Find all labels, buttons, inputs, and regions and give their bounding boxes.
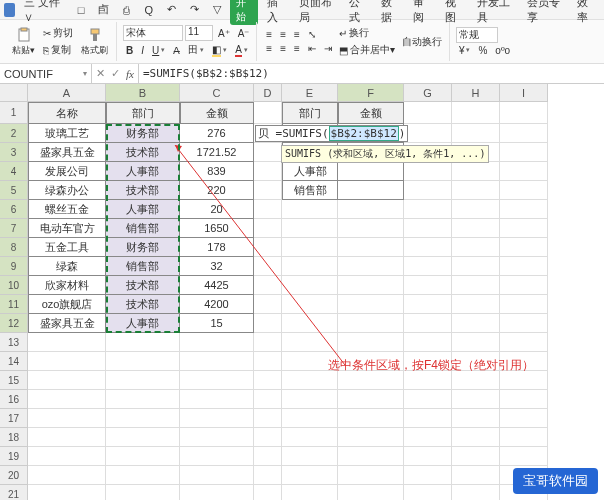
cell[interactable] [452,102,500,124]
cell[interactable] [404,295,452,314]
grid[interactable]: A B C D E F G H I 1234567891011121314151… [0,84,604,500]
row-header[interactable]: 3 [0,143,28,162]
cell[interactable]: 销售部 [106,257,180,276]
cell[interactable]: 电动车官方 [28,219,106,238]
cell[interactable] [404,390,452,409]
cell[interactable]: 绿森 [28,257,106,276]
row-header[interactable]: 5 [0,181,28,200]
cell[interactable]: 发展公司 [28,162,106,181]
row-header[interactable]: 1 [0,102,28,124]
number-format-select[interactable]: 常规 [456,27,498,43]
col-header[interactable]: C [180,84,254,102]
cell[interactable] [180,390,254,409]
cell[interactable] [452,124,500,143]
cell[interactable] [500,257,548,276]
tab-dev[interactable]: 开发工具 [472,0,518,25]
cell[interactable] [452,466,500,485]
row-header[interactable]: 13 [0,333,28,352]
tab-vip[interactable]: 会员专享 [522,0,568,25]
align-right-icon[interactable]: ≡ [291,42,303,55]
row-header[interactable]: 10 [0,276,28,295]
cell[interactable] [28,466,106,485]
row-header[interactable]: 19 [0,447,28,466]
cell[interactable] [500,333,548,352]
cell[interactable] [452,276,500,295]
align-bot-icon[interactable]: ≡ [291,28,303,41]
cell[interactable] [404,181,452,200]
tab-page-layout[interactable]: 页面布局 [294,0,340,25]
row-header[interactable]: 12 [0,314,28,333]
row-header[interactable]: 18 [0,428,28,447]
cell[interactable] [500,102,548,124]
cell[interactable] [180,409,254,428]
cell[interactable] [404,162,452,181]
cell[interactable] [282,485,338,500]
cell[interactable] [106,352,180,371]
cell[interactable] [106,333,180,352]
cell[interactable]: 技术部 [106,143,180,162]
cell[interactable] [452,428,500,447]
cell[interactable] [338,447,404,466]
cell[interactable]: 财务部 [106,238,180,257]
cell[interactable] [500,200,548,219]
increase-font-icon[interactable]: A⁺ [215,25,233,41]
name-box[interactable]: COUNTIF [0,64,92,83]
cell[interactable]: ozo旗舰店 [28,295,106,314]
cell[interactable] [254,390,282,409]
cell[interactable] [404,238,452,257]
cell[interactable] [404,466,452,485]
cell[interactable] [500,219,548,238]
cell[interactable] [452,447,500,466]
qat-print-icon[interactable]: ⎙ [118,4,135,16]
cell[interactable] [180,447,254,466]
align-top-icon[interactable]: ≡ [263,28,275,41]
col-header[interactable]: I [500,84,548,102]
col-header[interactable]: E [282,84,338,102]
cell[interactable] [452,219,500,238]
cell[interactable] [28,409,106,428]
cell[interactable]: 人事部 [106,162,180,181]
cell[interactable] [106,371,180,390]
qat-preview-icon[interactable]: Q [139,4,158,16]
strike-button[interactable]: A̶ [170,42,183,58]
cell[interactable]: 销售部 [106,219,180,238]
cell[interactable] [452,390,500,409]
cell[interactable] [106,390,180,409]
cell[interactable] [28,352,106,371]
cell[interactable] [338,428,404,447]
cell[interactable] [500,409,548,428]
formula-input[interactable]: =SUMIFS($B$2:$B$12) [139,64,604,83]
cell[interactable] [452,333,500,352]
cell[interactable] [338,409,404,428]
cell[interactable]: 螺丝五金 [28,200,106,219]
cell[interactable] [254,371,282,390]
cell[interactable] [404,102,452,124]
cell[interactable]: 金额 [180,102,254,124]
cancel-formula-icon[interactable]: ✕ [96,67,105,80]
col-header[interactable]: A [28,84,106,102]
cell[interactable]: 技术部 [106,276,180,295]
cell[interactable] [500,181,548,200]
cell[interactable] [180,371,254,390]
cell[interactable] [404,219,452,238]
cell[interactable] [404,314,452,333]
wrap-text-button[interactable]: ↵换行 [336,25,398,41]
decrease-font-icon[interactable]: A⁻ [235,25,253,41]
cell[interactable] [452,257,500,276]
tab-data[interactable]: 数据 [376,0,404,25]
col-header[interactable]: B [106,84,180,102]
row-header[interactable]: 20 [0,466,28,485]
currency-icon[interactable]: ¥▾ [456,44,474,57]
cell[interactable]: 玻璃工艺 [28,124,106,143]
align-center-icon[interactable]: ≡ [277,42,289,55]
cell[interactable] [106,428,180,447]
cell[interactable] [254,409,282,428]
accept-formula-icon[interactable]: ✓ [111,67,120,80]
col-header[interactable]: H [452,84,500,102]
paste-button[interactable]: 粘贴▾ [8,25,39,59]
cell[interactable] [452,181,500,200]
row-header[interactable]: 4 [0,162,28,181]
cell[interactable] [28,390,106,409]
indent-dec-icon[interactable]: ⇤ [305,42,319,55]
row-header[interactable]: 11 [0,295,28,314]
